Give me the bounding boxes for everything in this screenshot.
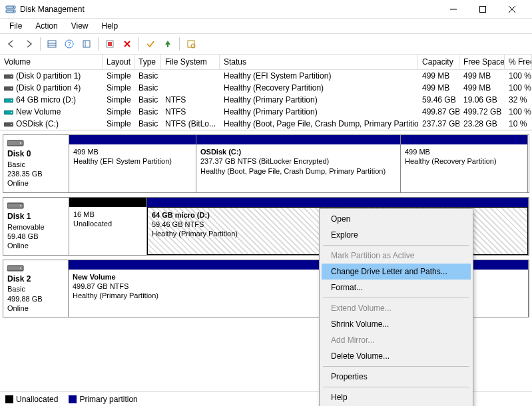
show-hide-tree-button[interactable] bbox=[45, 37, 59, 51]
ctx-sep bbox=[323, 387, 469, 387]
cell: (Disk 0 partition 4) bbox=[0, 82, 103, 94]
cell: Simple bbox=[103, 70, 134, 82]
ctx-extend: Extend Volume... bbox=[322, 300, 471, 316]
table-row[interactable]: New VolumeSimpleBasicNTFSHealthy (Primar… bbox=[0, 106, 532, 118]
ctx-sep bbox=[323, 298, 469, 298]
drive-icon bbox=[4, 97, 13, 104]
cell: 499 MB bbox=[418, 82, 459, 94]
settings-button[interactable] bbox=[79, 37, 94, 51]
partition[interactable]: 499 MBHealthy (Recovery Partition) bbox=[400, 134, 528, 193]
ctx-open[interactable]: Open bbox=[322, 211, 471, 227]
ctx-shrink[interactable]: Shrink Volume... bbox=[322, 316, 471, 332]
legend-unallocated: Unallocated bbox=[5, 395, 58, 404]
window-buttons bbox=[439, 0, 527, 19]
refresh-button[interactable] bbox=[103, 37, 117, 51]
cell: 100 % bbox=[505, 82, 532, 94]
ctx-delete[interactable]: Delete Volume... bbox=[322, 348, 471, 364]
cell: Healthy (Recovery Partition) bbox=[220, 82, 418, 94]
view-button[interactable] bbox=[184, 37, 198, 51]
ctx-explore[interactable]: Explore bbox=[322, 227, 471, 243]
forward-button[interactable] bbox=[21, 37, 36, 51]
toolbar-sep bbox=[179, 37, 180, 51]
svg-point-3 bbox=[13, 11, 14, 12]
svg-point-22 bbox=[11, 88, 12, 89]
cell: Simple bbox=[103, 82, 134, 94]
col-type[interactable]: Type bbox=[134, 55, 161, 69]
col-filesystem[interactable]: File System bbox=[161, 55, 220, 69]
cell: Basic bbox=[134, 118, 161, 130]
cell: 100 % bbox=[505, 70, 532, 82]
col-layout[interactable]: Layout bbox=[103, 55, 134, 69]
cell: 100 % bbox=[505, 106, 532, 118]
ctx-change-drive-letter[interactable]: Change Drive Letter and Paths... bbox=[322, 264, 471, 280]
menubar: File Action View Help bbox=[0, 19, 532, 33]
up-button[interactable] bbox=[160, 37, 175, 51]
menu-action[interactable]: Action bbox=[30, 20, 63, 32]
partition[interactable]: OSDisk (C:)237.37 GB NTFS (BitLocker Enc… bbox=[196, 134, 401, 193]
cell: Basic bbox=[134, 70, 161, 82]
cell: 10 % bbox=[505, 118, 532, 130]
partition-body: 499 MBHealthy (EFI System Partition) bbox=[69, 144, 196, 192]
toolbar-sep bbox=[138, 37, 139, 51]
menu-view[interactable]: View bbox=[66, 20, 94, 32]
close-button[interactable] bbox=[497, 0, 527, 19]
ctx-properties[interactable]: Properties bbox=[322, 369, 471, 385]
app-icon bbox=[5, 4, 16, 15]
partition-stripe bbox=[69, 135, 196, 144]
col-status[interactable]: Status bbox=[220, 55, 418, 69]
svg-point-28 bbox=[11, 124, 12, 125]
checkmark-button[interactable] bbox=[143, 37, 158, 51]
table-row[interactable]: 64 GB micro (D:)SimpleBasicNTFSHealthy (… bbox=[0, 94, 532, 106]
cell: 23.28 GB bbox=[459, 118, 505, 130]
disk-info[interactable]: Disk 0Basic238.35 GBOnline bbox=[3, 134, 69, 193]
disk-icon bbox=[7, 202, 26, 210]
svg-rect-13 bbox=[83, 41, 90, 47]
cell: 237.37 GB bbox=[418, 118, 459, 130]
drive-icon bbox=[4, 85, 13, 93]
col-free[interactable]: Free Space bbox=[459, 55, 505, 69]
cell: New Volume bbox=[0, 106, 103, 118]
cell: Simple bbox=[103, 118, 134, 130]
table-row[interactable]: (Disk 0 partition 4)SimpleBasicHealthy (… bbox=[0, 82, 532, 94]
ctx-help[interactable]: Help bbox=[322, 389, 471, 405]
delete-button[interactable] bbox=[120, 37, 134, 51]
table-row[interactable]: OSDisk (C:)SimpleBasicNTFS (BitLo...Heal… bbox=[0, 118, 532, 130]
maximize-button[interactable] bbox=[468, 0, 497, 19]
partition-body: 499 MBHealthy (Recovery Partition) bbox=[401, 144, 527, 192]
partition[interactable]: 499 MBHealthy (EFI System Partition) bbox=[69, 134, 196, 193]
window-title: Disk Management bbox=[20, 5, 439, 14]
cell: 499.72 GB bbox=[459, 106, 505, 118]
menu-help[interactable]: Help bbox=[97, 20, 124, 32]
partition[interactable]: 16 MBUnallocated bbox=[69, 197, 147, 256]
disk-info[interactable]: Disk 1Removable59.48 GBOnline bbox=[3, 197, 69, 256]
ctx-mark-active: Mark Partition as Active bbox=[322, 248, 471, 264]
legend-primary: Primary partition bbox=[69, 395, 137, 404]
disk-info[interactable]: Disk 2Basic499.88 GBOnline bbox=[3, 260, 69, 318]
partition-stripe bbox=[401, 135, 527, 144]
col-pctfree[interactable]: % Free bbox=[505, 55, 532, 69]
cell: Healthy (Primary Partition) bbox=[220, 94, 418, 106]
ctx-format[interactable]: Format... bbox=[322, 280, 471, 296]
table-row[interactable]: (Disk 0 partition 1)SimpleBasicHealthy (… bbox=[0, 70, 532, 82]
svg-point-32 bbox=[20, 205, 21, 206]
drive-icon bbox=[4, 108, 13, 116]
svg-point-30 bbox=[20, 142, 21, 144]
svg-point-24 bbox=[11, 100, 12, 101]
menu-file[interactable]: File bbox=[4, 20, 27, 32]
volume-rows: (Disk 0 partition 1)SimpleBasicHealthy (… bbox=[0, 70, 532, 130]
cell: Healthy (Boot, Page File, Crash Dump, Pr… bbox=[220, 118, 418, 130]
svg-rect-8 bbox=[48, 41, 56, 47]
cell: Healthy (Primary Partition) bbox=[220, 106, 418, 118]
col-volume[interactable]: Volume bbox=[0, 55, 103, 69]
cell: 499.87 GB bbox=[418, 106, 459, 118]
help-button[interactable]: ? bbox=[62, 37, 77, 51]
svg-rect-16 bbox=[108, 42, 112, 46]
cell bbox=[161, 82, 220, 94]
col-capacity[interactable]: Capacity bbox=[418, 55, 459, 69]
cell: 59.46 GB bbox=[418, 94, 459, 106]
drive-icon bbox=[4, 120, 13, 128]
cell: 64 GB micro (D:) bbox=[0, 94, 103, 106]
minimize-button[interactable] bbox=[439, 0, 468, 19]
svg-point-26 bbox=[11, 112, 12, 113]
back-button[interactable] bbox=[4, 37, 19, 51]
